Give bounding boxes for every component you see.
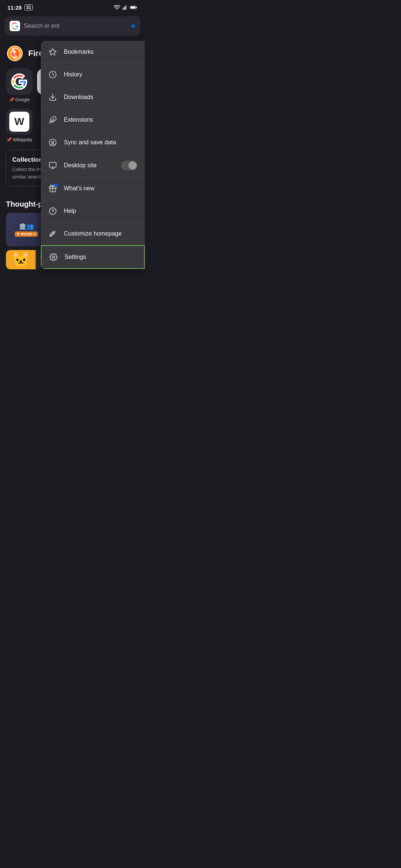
- story-image-2: 🐱: [6, 250, 36, 269]
- svg-point-15: [49, 139, 56, 146]
- menu-item-whats-new[interactable]: What's new: [41, 177, 145, 200]
- svg-rect-2: [124, 7, 125, 10]
- customize-icon: [48, 229, 57, 238]
- menu-item-extensions[interactable]: Extensions: [41, 109, 145, 131]
- pin-icon-wiki: 📌: [6, 137, 12, 142]
- svg-marker-10: [49, 49, 56, 55]
- status-time: 11:28: [7, 4, 22, 11]
- help-label: Help: [64, 208, 137, 214]
- wifi-icon: [114, 5, 120, 10]
- search-input-text: Search or ent: [24, 23, 128, 29]
- desktop-site-icon: [48, 161, 57, 170]
- menu-item-history[interactable]: History: [41, 63, 145, 86]
- settings-label: Settings: [65, 254, 137, 260]
- svg-rect-6: [136, 7, 137, 8]
- menu-item-help[interactable]: Help: [41, 200, 145, 223]
- firefox-logo: [6, 45, 24, 62]
- whats-new-icon: [48, 184, 57, 193]
- menu-item-sync[interactable]: Sync and save data: [41, 131, 145, 154]
- svg-point-9: [13, 51, 15, 53]
- history-icon: [48, 70, 57, 79]
- desktop-site-toggle[interactable]: [121, 161, 137, 170]
- bookmarks-label: Bookmarks: [64, 49, 137, 55]
- sync-label: Sync and save data: [64, 139, 137, 146]
- menu-item-desktop-site[interactable]: Desktop site: [41, 154, 145, 177]
- extensions-label: Extensions: [64, 116, 137, 123]
- signal-icon: [123, 5, 128, 10]
- sync-icon: [48, 138, 57, 147]
- search-bar[interactable]: Search or ent: [4, 16, 140, 36]
- status-icons: [114, 5, 137, 10]
- status-bar: 11:28 31: [0, 0, 145, 13]
- wiki-letter: W: [9, 112, 29, 132]
- whats-new-blue-dot: [54, 183, 58, 187]
- google-shortcut-icon: [6, 68, 33, 95]
- svg-rect-4: [127, 5, 127, 10]
- wikipedia-shortcut-label: 📌 Wikipedia: [6, 137, 32, 142]
- battery-icon: [130, 5, 137, 10]
- help-icon: [48, 207, 57, 216]
- svg-rect-7: [131, 7, 136, 9]
- svg-point-24: [52, 256, 55, 258]
- dropdown-menu: BookmarksHistoryDownloadsExtensionsSync …: [41, 41, 145, 269]
- shortcut-wikipedia[interactable]: W 📌 Wikipedia: [6, 108, 33, 142]
- menu-item-downloads[interactable]: Downloads: [41, 86, 145, 109]
- wikipedia-shortcut-icon: W: [6, 108, 33, 135]
- desktop-site-label: Desktop site: [64, 162, 114, 169]
- menu-item-bookmarks[interactable]: Bookmarks: [41, 41, 145, 63]
- menu-item-customize[interactable]: Customize homepage: [41, 223, 145, 245]
- shortcut-google[interactable]: 📌 Google: [6, 68, 33, 102]
- history-label: History: [64, 71, 137, 78]
- downloads-label: Downloads: [64, 94, 137, 101]
- downloads-icon: [48, 93, 57, 102]
- google-shortcut-label: 📌 Google: [9, 97, 30, 102]
- bookmarks-icon: [48, 47, 57, 56]
- svg-rect-1: [123, 8, 124, 10]
- svg-rect-16: [49, 162, 56, 167]
- whats-new-label: What's new: [64, 185, 137, 192]
- google-logo: [10, 21, 20, 31]
- svg-rect-3: [125, 6, 126, 10]
- pin-icon: 📌: [9, 97, 14, 102]
- menu-item-settings[interactable]: Settings: [41, 245, 145, 269]
- svg-point-0: [117, 9, 117, 10]
- customize-label: Customize homepage: [64, 230, 137, 237]
- search-blue-dot: [131, 24, 135, 28]
- status-calendar: 31: [25, 4, 32, 10]
- extensions-icon: [48, 115, 57, 124]
- settings-icon: [49, 253, 58, 262]
